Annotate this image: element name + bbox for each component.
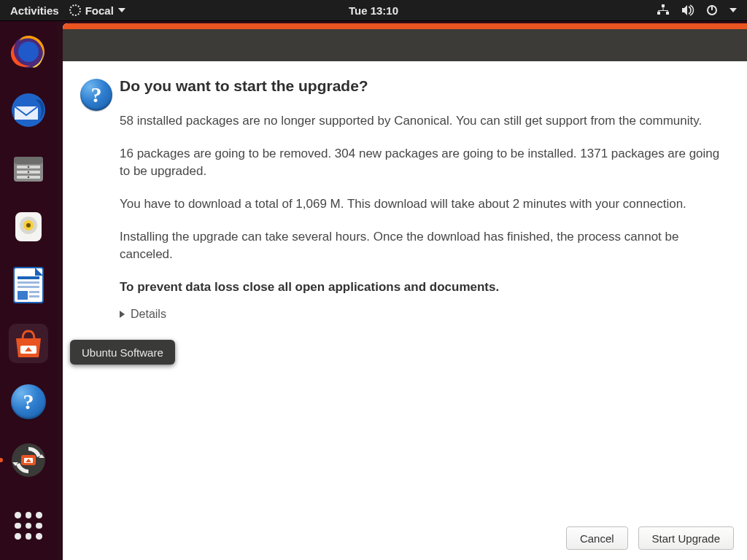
- network-icon: [657, 4, 670, 16]
- svg-point-10: [18, 42, 39, 62]
- focal-icon: [69, 4, 81, 16]
- activities-button[interactable]: Activities: [10, 4, 59, 17]
- svg-rect-26: [18, 281, 39, 284]
- dialog-paragraph-2: 16 packages are going to be removed. 304…: [120, 145, 722, 181]
- volume-icon: [681, 4, 694, 16]
- power-icon: [706, 4, 718, 16]
- svg-rect-4: [659, 10, 668, 11]
- dock-item-help[interactable]: ?: [9, 382, 48, 421]
- triangle-right-icon: [120, 311, 125, 318]
- dialog-action-bar: Cancel Start Upgrade: [63, 519, 747, 560]
- svg-rect-25: [18, 276, 39, 279]
- svg-point-18: [28, 171, 30, 174]
- clock[interactable]: Tue 13:10: [349, 4, 398, 17]
- dock-item-writer[interactable]: [9, 265, 48, 305]
- dock-item-firefox[interactable]: [9, 32, 48, 71]
- help-icon: ?: [11, 384, 46, 419]
- svg-rect-30: [29, 295, 39, 298]
- question-icon: ?: [80, 79, 112, 111]
- svg-point-19: [28, 176, 30, 179]
- dialog-title: Do you want to start the upgrade?: [120, 77, 722, 95]
- details-label: Details: [131, 308, 166, 321]
- show-applications-button[interactable]: [9, 506, 48, 545]
- svg-point-23: [26, 223, 31, 228]
- dock: ?: [0, 20, 57, 560]
- dock-item-thunderbird[interactable]: [9, 90, 48, 130]
- upgrade-dialog-window: ? Do you want to start the upgrade? 58 i…: [63, 23, 747, 560]
- dock-item-software-updater[interactable]: [9, 440, 48, 480]
- svg-rect-29: [29, 291, 39, 293]
- start-upgrade-button[interactable]: Start Upgrade: [638, 526, 734, 550]
- chevron-down-icon: [118, 8, 125, 12]
- dialog-content: Do you want to start the upgrade? 58 ins…: [120, 77, 722, 519]
- svg-rect-28: [18, 291, 28, 300]
- chevron-down-icon: [729, 8, 737, 12]
- svg-rect-8: [711, 5, 713, 10]
- status-area[interactable]: [657, 4, 747, 16]
- details-expander[interactable]: Details: [120, 308, 722, 321]
- app-menu[interactable]: Focal: [69, 4, 125, 17]
- dock-item-files[interactable]: [9, 149, 48, 188]
- top-bar: Activities Focal Tue 13:10: [0, 0, 747, 20]
- app-menu-label: Focal: [85, 4, 114, 17]
- cancel-button[interactable]: Cancel: [566, 526, 628, 550]
- svg-rect-3: [663, 7, 664, 10]
- svg-rect-0: [662, 4, 665, 7]
- dialog-paragraph-1: 58 installed packages are no longer supp…: [120, 112, 722, 131]
- dialog-paragraph-4: Installing the upgrade can take several …: [120, 228, 722, 264]
- svg-rect-13: [14, 157, 43, 164]
- svg-rect-5: [659, 10, 659, 12]
- svg-rect-27: [18, 286, 39, 288]
- window-accent-bar: [63, 23, 747, 29]
- dock-tooltip: Ubuntu Software: [70, 340, 175, 365]
- dock-item-ubuntu-software[interactable]: [9, 324, 48, 363]
- window-titlebar[interactable]: [63, 29, 747, 61]
- dialog-warning: To prevent data loss close all open appl…: [120, 279, 722, 297]
- running-indicator-icon: [0, 458, 3, 462]
- dock-item-rhythmbox[interactable]: [9, 207, 48, 246]
- dialog-paragraph-3: You have to download a total of 1,069 M.…: [120, 195, 722, 214]
- svg-rect-6: [667, 10, 668, 12]
- svg-point-17: [28, 166, 30, 168]
